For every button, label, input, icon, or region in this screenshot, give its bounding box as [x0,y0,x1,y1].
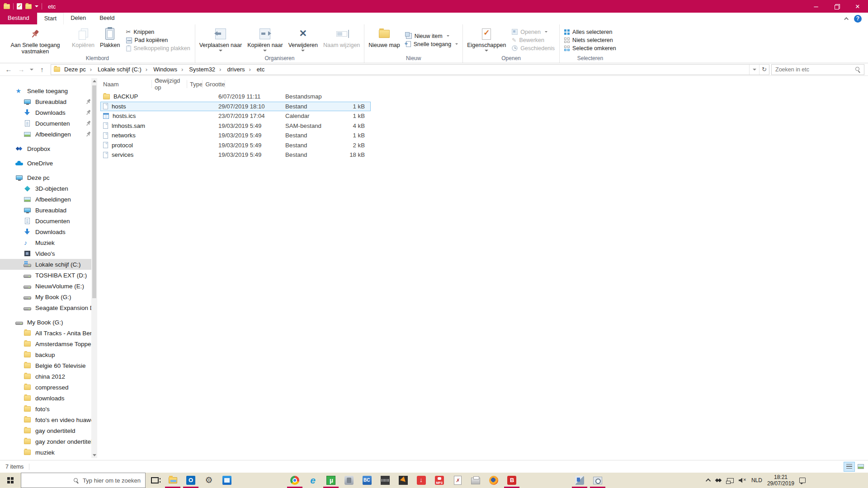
dropbox-tray-icon[interactable] [716,478,722,483]
scroll-down-icon[interactable] [93,454,96,456]
recent-locations-button[interactable] [28,64,35,75]
action-center-icon[interactable] [799,478,806,483]
cut-button[interactable]: Knippen [126,28,190,35]
sidebar-item-downloads[interactable]: Downloads [0,107,97,118]
close-button[interactable]: ✕ [847,0,868,13]
sidebar-item-quick-access[interactable]: Snelle toegang [0,85,97,96]
tab-delen[interactable]: Delen [64,13,93,24]
qat-customize-caret-icon[interactable] [35,5,38,7]
address-bar[interactable]: Deze pcLokale schijf (C:)WindowsSystem32… [51,64,769,75]
file-row[interactable]: lmhosts.sam 19/03/2019 5:49 SAM-bestand … [100,121,371,131]
sidebar-item-folder[interactable]: gay ondertiteld [0,425,97,436]
sidebar-item-seagate-drive[interactable]: Seagate Expansion Drive ( [0,302,97,313]
file-row[interactable]: hosts 29/07/2019 18:10 Bestand 1 kB [100,102,371,112]
show-hidden-icons-icon[interactable] [706,479,711,483]
column-header[interactable]: Naam [100,78,152,90]
back-button[interactable]: ← [3,64,14,75]
file-row[interactable]: BACKUP 6/07/2019 11:11 Bestandsmap [100,92,371,102]
details-view-button[interactable] [844,462,855,472]
column-header[interactable]: Grootte [203,78,225,90]
audio-editor-button[interactable] [376,473,394,488]
sidebar-item-toshiba-ext-d[interactable]: TOSHIBA EXT (D:) [0,270,97,281]
restore-button[interactable] [826,0,847,13]
sidebar-item-folder[interactable]: compressed [0,382,97,393]
sidebar-item-folder[interactable]: downloads [0,393,97,404]
sidebar-item-desktop-pc[interactable]: Bureaublad [0,205,97,216]
taskbar-spacer[interactable] [521,473,571,488]
refresh-button[interactable]: ↻ [759,65,769,75]
column-header[interactable]: Gewijzigd op [152,78,187,90]
thumbnails-view-button[interactable] [855,462,866,472]
screen-viewer-button[interactable] [589,473,607,488]
internet-explorer-button[interactable] [304,473,322,488]
address-dropdown-button[interactable] [749,65,759,75]
task-view-button[interactable] [146,473,164,488]
file-row[interactable]: protocol 19/03/2019 5:49 Bestand 2 kB [100,141,371,150]
tab-bestand[interactable]: Bestand [0,13,37,24]
volume-muted-icon[interactable] [739,478,746,483]
sidebar-item-documents-pc[interactable]: Documenten [0,216,97,226]
cleaner-app-button[interactable] [571,473,589,488]
edit-button[interactable]: Bewerken [512,37,555,43]
paste-button[interactable]: Plakken [97,25,123,55]
sidebar-item-folder[interactable]: china 2012 [0,371,97,382]
scrollbar-thumb[interactable] [92,85,96,298]
file-row[interactable]: services 19/03/2019 5:49 Bestand 18 kB [100,150,371,160]
settings-button[interactable] [200,473,218,488]
download-manager-button[interactable] [412,473,430,488]
language-indicator[interactable]: NLD [751,477,762,483]
quick-access-button[interactable]: Snelle toegang [406,41,458,47]
breadcrumb-item[interactable]: System32 [185,65,223,75]
taskbar-spacer[interactable] [236,473,286,488]
paste-shortcut-button[interactable]: Snelkoppeling plakken [126,45,190,52]
document-converter-button[interactable] [448,473,467,488]
new-folder-button[interactable]: Nieuwe map [366,25,402,55]
file-row[interactable]: hosts.ics 23/07/2019 17:04 Calendar 1 kB [100,111,371,121]
file-row[interactable]: networks 19/03/2019 5:49 Bestand 1 kB [100,131,371,141]
help-icon[interactable]: ? [854,15,862,23]
printer-app-button[interactable] [467,473,485,488]
breadcrumb-item[interactable]: Lokale schijf (C:) [94,65,149,75]
file-explorer-button[interactable] [164,473,182,488]
breadcrumb-item[interactable]: Deze pc [60,65,94,75]
sidebar-item-dropbox[interactable]: Dropbox [0,143,97,154]
column-header[interactable]: Type [187,78,203,90]
move-to-button[interactable]: Verplaatsen naar [197,25,245,55]
copy-to-button[interactable]: Kopiëren naar [245,25,286,55]
chrome-button[interactable] [286,473,304,488]
youtube-mp3-button[interactable] [430,473,448,488]
bitcomet-button[interactable] [358,473,376,488]
sidebar-item-pictures[interactable]: Afbeeldingen [0,129,97,140]
copy-button[interactable]: Kopiëren [69,25,97,55]
properties-button[interactable]: Eigenschappen [464,25,509,55]
sidebar-item-documents[interactable]: Documenten [0,118,97,129]
sidebar-item-downloads-pc[interactable]: Downloads [0,226,97,237]
rename-button[interactable]: Naam wijzigen [321,25,363,55]
minimize-button[interactable]: ─ [806,0,826,13]
sidebar-item-folder[interactable]: backup [0,349,97,360]
utorrent-button[interactable] [322,473,340,488]
up-button[interactable]: ↑ [36,64,48,75]
firefox-button[interactable] [485,473,503,488]
sidebar-item-folder[interactable]: muziek [0,447,97,458]
invert-selection-button[interactable]: Selectie omkeren [564,45,616,52]
sidebar-item-3d-objects[interactable]: 3D-objecten [0,183,97,194]
select-all-button[interactable]: Alles selecteren [564,29,616,35]
breadcrumb-item[interactable]: drivers [223,65,252,75]
sidebar-item-folder[interactable]: foto's en video huawei [0,414,97,425]
new-item-button[interactable]: Nieuw item [406,33,458,39]
sidebar-item-music[interactable]: Muziek [0,237,97,248]
tab-beeld[interactable]: Beeld [93,13,121,24]
delete-button[interactable]: Verwijderen [286,25,321,55]
sidebar-item-my-book-root[interactable]: My Book (G:) [0,317,97,328]
blue-app-button[interactable] [218,473,236,488]
breadcrumb-item[interactable]: etc [253,65,266,75]
sidebar-item-desktop[interactable]: Bureaublad [0,96,97,107]
sidebar-item-this-pc[interactable]: Deze pc [0,172,97,183]
outlook-button[interactable] [182,473,200,488]
scroll-up-icon[interactable] [93,80,96,82]
sidebar-scrollbar[interactable] [91,78,97,458]
sidebar-item-folder[interactable]: All Tracks - Anita Berry [0,328,97,338]
properties-qat-icon[interactable] [17,3,22,9]
download-accelerator-button[interactable] [394,473,412,488]
